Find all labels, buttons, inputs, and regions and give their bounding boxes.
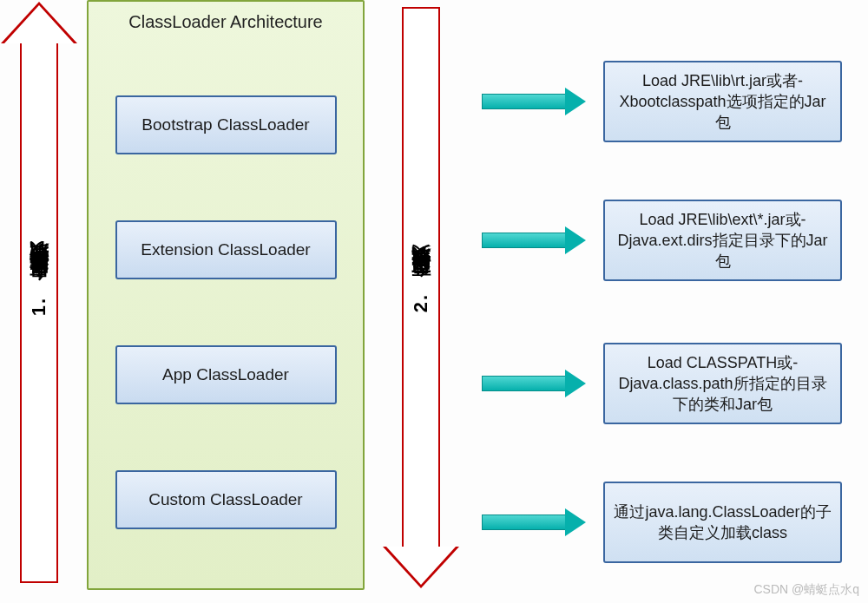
down-arrow-label: 2.自顶向下尝试加载类 [408,278,434,312]
up-arrow: 1.自底向上检查类是否已经加载 [0,0,78,590]
arrow-down-icon [383,547,459,588]
loader-list: Bootstrap ClassLoader Extension ClassLoa… [89,54,363,580]
loader-bootstrap: Bootstrap ClassLoader [115,95,337,154]
connector-arrow-icon [482,510,586,534]
connector-arrow-icon [482,89,586,114]
desc-custom: 通过java.lang.ClassLoader的子类自定义加载class [603,482,842,563]
arrow-up-icon [1,2,77,43]
down-arrow: 2.自顶向下尝试加载类 [373,0,469,590]
loader-app: App ClassLoader [115,345,337,404]
architecture-title: ClassLoader Architecture [89,12,363,32]
desc-app: Load CLASSPATH或-Djava.class.path所指定的目录下的… [603,343,842,424]
watermark: CSDN @蜻蜓点水q [753,582,859,598]
loader-custom: Custom ClassLoader [115,470,337,529]
desc-bootstrap: Load JRE\lib\rt.jar或者-Xbootclasspath选项指定… [603,61,842,142]
architecture-container: ClassLoader Architecture Bootstrap Class… [87,0,365,590]
connector-arrow-icon [482,371,586,396]
desc-extension: Load JRE\lib\ext\*.jar或-Djava.ext.dirs指定… [603,200,842,281]
up-arrow-label: 1.自底向上检查类是否已经加载 [26,274,52,316]
loader-extension: Extension ClassLoader [115,220,337,279]
connector-arrow-icon [482,228,586,252]
